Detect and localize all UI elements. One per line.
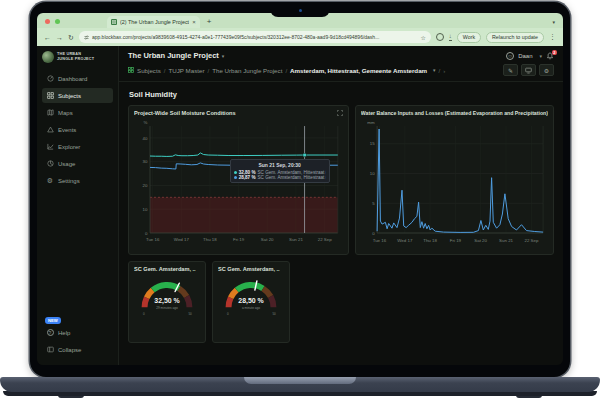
gauge-1-title: SC Gem. Amsterdam, .. bbox=[134, 266, 196, 272]
svg-text:40: 40 bbox=[143, 136, 148, 141]
svg-text:Wed 17: Wed 17 bbox=[397, 238, 413, 243]
sidebar-item-explorer[interactable]: Explorer bbox=[42, 139, 113, 154]
browser-tab[interactable]: (2) The Urban Jungle Project × bbox=[107, 16, 200, 28]
app-header: The Urban Jungle Project ▾ ☺ Daan ▾ 2 bbox=[119, 46, 563, 62]
svg-text:15: 15 bbox=[370, 141, 375, 146]
browser-menu-icon[interactable]: ⋮ bbox=[549, 33, 556, 41]
subjects-grid-icon bbox=[128, 67, 134, 73]
svg-text:0: 0 bbox=[372, 231, 375, 236]
events-icon bbox=[46, 126, 54, 133]
forward-icon[interactable]: → bbox=[56, 34, 63, 41]
water-balance-chart[interactable]: 051015Tue 16Wed 17Thu 18Fri 19Sat 20Sun … bbox=[361, 118, 548, 244]
svg-text:50: 50 bbox=[188, 312, 192, 316]
dashboard-content: Soil Humidity Project-Wide Soil Moisture… bbox=[119, 82, 563, 365]
logo-icon bbox=[42, 51, 54, 63]
sidebar-item-events[interactable]: Events bbox=[42, 122, 113, 137]
edit-button[interactable]: ✎ bbox=[503, 64, 518, 76]
svg-text:22 Sep: 22 Sep bbox=[318, 237, 332, 242]
extensions-icon[interactable] bbox=[436, 33, 444, 41]
download-icon[interactable]: ↓ bbox=[449, 33, 452, 41]
window-close-button[interactable] bbox=[45, 19, 50, 24]
dashboard-settings-gear-icon[interactable]: ⚙ bbox=[539, 64, 554, 76]
gauge-card-2: SC Gem. Amsterdam, .. 28,50 %a minute ag… bbox=[212, 261, 290, 343]
breadcrumb-subjects[interactable]: Subjects bbox=[137, 67, 161, 74]
svg-text:32,50 %: 32,50 % bbox=[154, 297, 179, 305]
laptop-mockup: (2) The Urban Jungle Project × + ▾ ← → ↻ bbox=[0, 0, 600, 400]
svg-text:0: 0 bbox=[227, 312, 229, 316]
breadcrumb-project[interactable]: The Urban Jungle Project bbox=[212, 67, 282, 74]
back-icon[interactable]: ← bbox=[44, 34, 51, 41]
new-tab-button[interactable]: + bbox=[207, 18, 212, 26]
notifications-bell-icon[interactable]: 2 bbox=[546, 52, 554, 60]
breadcrumb-chevron-right-icon[interactable]: › bbox=[443, 67, 445, 74]
sidebar-item-usage[interactable]: Usage bbox=[42, 156, 113, 171]
browser-toolbar: ← → ↻ app.blockbax.com/projects/a9839608… bbox=[37, 28, 563, 46]
sidebar-item-subjects[interactable]: Subjects bbox=[42, 88, 113, 103]
svg-text:Thu 18: Thu 18 bbox=[203, 237, 217, 242]
settings-gear-icon: ⚙ bbox=[46, 177, 54, 185]
sidebar-item-help[interactable]: ? Help bbox=[42, 325, 113, 340]
tab-search-chevron-icon[interactable]: ▾ bbox=[552, 19, 555, 25]
soil-moisture-gauge-1: 32,50 %29 minutes ago050 bbox=[134, 277, 200, 323]
svg-text:0: 0 bbox=[143, 312, 145, 316]
soil-moisture-card: Project-Wide Soil Moisture Conditions 01… bbox=[128, 105, 349, 255]
blockbax-app: THE URBANJUNGLE PROJECT Dashboard bbox=[37, 46, 563, 365]
expand-icon[interactable] bbox=[337, 110, 343, 116]
relaunch-button[interactable]: Relaunch to update bbox=[486, 32, 544, 43]
dashboard-icon bbox=[46, 75, 54, 82]
laptop-lid-notch bbox=[244, 377, 356, 384]
new-badge: NEW bbox=[45, 317, 61, 324]
reload-icon[interactable]: ↻ bbox=[68, 34, 74, 41]
bookmark-star-icon[interactable]: ☆ bbox=[420, 34, 425, 41]
sidebar-item-settings[interactable]: ⚙ Settings bbox=[42, 173, 113, 188]
svg-text:Tue 16: Tue 16 bbox=[372, 238, 386, 243]
collapse-icon bbox=[46, 346, 54, 353]
webcam-icon bbox=[299, 9, 302, 12]
tab-title: (2) The Urban Jungle Project bbox=[120, 19, 189, 25]
gauge-2-title: SC Gem. Amsterdam, .. bbox=[218, 266, 280, 272]
soil-moisture-chart-title: Project-Wide Soil Moisture Conditions bbox=[134, 110, 236, 116]
user-avatar[interactable]: ☺ bbox=[506, 52, 514, 60]
breadcrumb-chevron-down-icon[interactable]: ▾ bbox=[433, 67, 436, 73]
svg-text:Sun 21: Sun 21 bbox=[499, 238, 513, 243]
svg-text:Wed 17: Wed 17 bbox=[174, 237, 190, 242]
window-fullscreen-button[interactable] bbox=[55, 19, 60, 24]
project-title[interactable]: The Urban Jungle Project bbox=[128, 51, 219, 60]
breadcrumb-current-subject[interactable]: Amsterdam, Hittestraat, Gemeente Amsterd… bbox=[290, 67, 427, 74]
svg-text:10: 10 bbox=[370, 171, 375, 176]
subjects-icon bbox=[46, 92, 54, 99]
user-name[interactable]: Daan bbox=[518, 53, 532, 59]
breadcrumb-tujp-master[interactable]: TUJP Master bbox=[168, 67, 204, 74]
svg-text:29 minutes ago: 29 minutes ago bbox=[156, 306, 178, 310]
url-bar[interactable]: app.blockbax.com/projects/a9839608-4915-… bbox=[79, 31, 431, 43]
svg-text:Tue 16: Tue 16 bbox=[146, 237, 160, 242]
logo-text: THE URBANJUNGLE PROJECT bbox=[57, 52, 94, 61]
tooltip-row: 28,87 % SC Gem. Amsterdam, Hittestraat (… bbox=[234, 175, 326, 180]
sidebar: THE URBANJUNGLE PROJECT Dashboard bbox=[37, 46, 119, 365]
user-chevron-down-icon: ▾ bbox=[539, 53, 542, 59]
gauge-card-1: SC Gem. Amsterdam, .. 32,50 %29 minutes … bbox=[128, 261, 206, 343]
url-text: app.blockbax.com/projects/a9839608-4915-… bbox=[92, 34, 418, 40]
usage-icon bbox=[46, 160, 54, 167]
tab-close-icon[interactable]: × bbox=[192, 19, 196, 25]
svg-text:50: 50 bbox=[272, 312, 276, 316]
tooltip-timestamp: Sun 21 Sep, 20:30 bbox=[234, 162, 326, 168]
display-button[interactable] bbox=[521, 64, 536, 76]
project-logo[interactable]: THE URBANJUNGLE PROJECT bbox=[42, 51, 113, 63]
svg-text:20: 20 bbox=[143, 183, 148, 188]
svg-text:22 Sep: 22 Sep bbox=[524, 238, 538, 243]
svg-text:Sat 20: Sat 20 bbox=[261, 237, 274, 242]
sidebar-item-dashboard[interactable]: Dashboard bbox=[42, 71, 113, 86]
svg-text:0: 0 bbox=[145, 231, 148, 236]
explorer-icon bbox=[46, 143, 54, 150]
svg-text:5: 5 bbox=[372, 201, 375, 206]
camera-notch bbox=[270, 2, 330, 17]
svg-text:28,50 %: 28,50 % bbox=[238, 297, 263, 305]
laptop-screen: (2) The Urban Jungle Project × + ▾ ← → ↻ bbox=[30, 2, 570, 377]
svg-text:Sun 21: Sun 21 bbox=[289, 237, 303, 242]
sidebar-item-maps[interactable]: Maps bbox=[42, 105, 113, 120]
sidebar-item-collapse[interactable]: Collapse bbox=[42, 342, 113, 357]
profile-chip[interactable]: Work bbox=[457, 32, 481, 43]
notification-badge: 2 bbox=[552, 50, 557, 55]
chevron-down-icon: ▾ bbox=[222, 53, 225, 59]
